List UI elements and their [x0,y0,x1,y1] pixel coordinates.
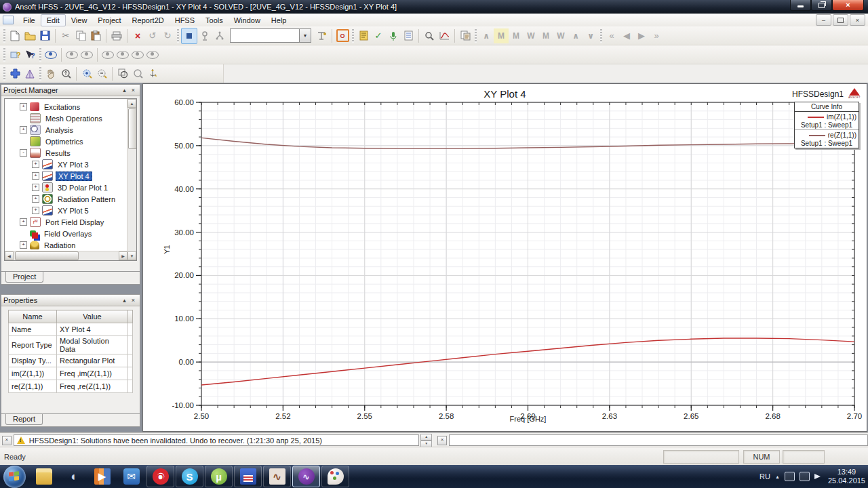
language-indicator[interactable]: RU [760,472,770,481]
mdi-system-icon[interactable] [3,16,14,24]
tree-item-results[interactable]: -Results [5,147,136,159]
delete-icon[interactable]: × [130,28,145,43]
taskbar-utorrent[interactable]: µ [205,466,233,487]
tray-clock[interactable]: 13:49 25.04.2015 [828,468,865,485]
tree-item-analysis[interactable]: +Analysis [5,124,136,136]
trace-wave-7-icon[interactable]: ∧ [568,28,583,43]
combo-dropdown-icon[interactable]: ▼ [299,29,311,42]
tree-vertical-scrollbar[interactable]: ▲ ▼ [127,99,136,260]
scroll-left-icon[interactable]: ◀ [5,251,14,260]
tree-item-xy-plot-4[interactable]: +XY Plot 4 [5,170,136,182]
message-close-icon[interactable]: × [2,436,12,445]
copy-icon[interactable] [73,28,88,43]
show-selected-icon[interactable] [43,47,58,62]
taskbar-ansoft-hfss[interactable]: ∿ [292,466,320,487]
show-all-icon[interactable] [79,47,94,62]
copy-report-icon[interactable] [458,28,473,43]
spin-up-icon[interactable]: ▲ [420,434,432,441]
tree-horizontal-scrollbar[interactable]: ◀ ▶ [5,251,127,260]
menu-tools[interactable]: Tools [200,15,229,26]
close-button[interactable]: × [832,0,864,11]
scroll-thumb[interactable] [15,251,79,260]
xy-plot-window[interactable]: 2.502.522.552.582.602.632.652.682.7060.0… [142,83,867,432]
paste-icon[interactable] [88,28,103,43]
tab-project[interactable]: Project [5,272,43,283]
column-header-value[interactable]: Value [57,310,128,323]
hide-selected-icon[interactable] [64,47,79,62]
project-manager-header[interactable]: Project Manager ▴ × [1,85,140,96]
messages-icon[interactable] [356,28,371,43]
scroll-thumb[interactable] [128,108,137,149]
legend-entry-re[interactable]: re(Z(1,1)) Setup1 : Sweep1 [795,129,859,148]
column-header-name[interactable]: Name [9,310,57,323]
tree-item-mesh-operations[interactable]: Mesh Operations [5,113,136,124]
table-row[interactable]: Display Ty...Rectangular Plot [9,354,133,367]
menu-file[interactable]: File [18,15,41,26]
zoom-fit-icon[interactable] [130,66,145,81]
validate-icon[interactable]: ✓ [371,28,386,43]
tab-report[interactable]: Report [5,414,43,425]
expand-icon[interactable]: + [20,103,27,110]
expand-icon[interactable]: + [32,161,39,168]
redo-icon[interactable]: ↻ [160,28,175,43]
power-icon[interactable] [785,472,795,481]
open-icon[interactable] [22,28,37,43]
scroll-right-icon[interactable]: ▶ [119,251,127,260]
table-row[interactable]: im(Z(1,1))Freq ,im(Z(1,1)) [9,367,133,380]
expand-icon[interactable]: + [32,184,39,191]
nav-next-icon[interactable]: ▶ [634,28,649,43]
spin-down-icon[interactable]: ▼ [420,441,432,447]
visibility-1-icon[interactable] [100,47,115,62]
visibility-3-icon[interactable] [130,47,145,62]
title-bar[interactable]: Ansoft HFSS - 2UVE_4G_V12 - HFSSDesign1 … [0,0,868,14]
action-center-flag-icon[interactable] [814,474,821,479]
panel-pin-icon[interactable]: ▴ [120,297,129,304]
panel-pin-icon[interactable]: ▴ [120,87,129,94]
port-setup-icon[interactable] [197,28,212,43]
sweep-setup-icon[interactable] [212,28,227,43]
nav-prev-icon[interactable]: ◀ [619,28,634,43]
menu-view[interactable]: View [66,15,93,26]
expand-icon[interactable]: + [32,172,39,180]
tree-item-xy-plot-5[interactable]: +XY Plot 5 [5,205,136,216]
tree-item-radiation[interactable]: +Radiation [5,239,136,251]
mdi-minimize-button[interactable]: – [816,14,831,26]
table-row[interactable]: re(Z(1,1))Freq ,re(Z(1,1)) [9,380,133,393]
optimetrics-icon[interactable]: O [335,28,350,43]
expand-icon[interactable]: + [32,207,39,214]
tree-item-port-field-display[interactable]: +rᴹPort Field Display [5,216,136,228]
zoom-window-icon[interactable] [115,66,130,81]
properties-header[interactable]: Properties ▴ × [1,295,140,306]
visibility-4-icon[interactable] [145,47,160,62]
variables-icon[interactable] [314,28,329,43]
expand-icon[interactable]: + [20,241,27,249]
mdi-close-button[interactable]: × [850,14,865,26]
trace-wave-1-icon[interactable]: ∧ [479,28,494,43]
save-icon[interactable] [37,28,52,43]
solution-data-icon[interactable] [401,28,416,43]
tray-expand-icon[interactable]: ▲ [775,474,780,479]
collapse-icon[interactable]: - [20,149,27,157]
taskbar-opera[interactable]: O [146,466,174,487]
panel-close-icon[interactable]: × [129,87,138,94]
tree-item-3d-polar-plot-1[interactable]: +3D Polar Plot 1 [5,182,136,193]
trace-wave-5-icon[interactable]: M [538,28,553,43]
trace-wave-6-icon[interactable]: W [553,28,568,43]
print-icon[interactable] [109,28,124,43]
table-row[interactable]: NameXY Plot 4 [9,323,133,336]
tree-item-radiation-pattern[interactable]: +Radiation Pattern [5,193,136,205]
plot-curve-icon[interactable] [437,28,452,43]
scroll-up-icon[interactable]: ▲ [127,99,136,108]
tree-item-excitations[interactable]: +Excitations [5,101,136,113]
menu-window[interactable]: Window [229,15,266,26]
progress-close-icon[interactable]: × [437,436,447,445]
menu-edit[interactable]: Edit [41,14,66,26]
mdi-restore-button[interactable] [833,14,848,26]
taskbar-paint[interactable] [321,466,349,487]
restore-button[interactable] [811,0,832,11]
taskbar-explorer[interactable] [30,466,58,487]
rotate-axes-icon[interactable] [145,66,160,81]
xy-plot-canvas[interactable]: 2.502.522.552.582.602.632.652.682.7060.0… [143,84,867,431]
tree-item-field-overlays[interactable]: Field Overlays [5,228,136,239]
start-button[interactable] [3,466,26,488]
